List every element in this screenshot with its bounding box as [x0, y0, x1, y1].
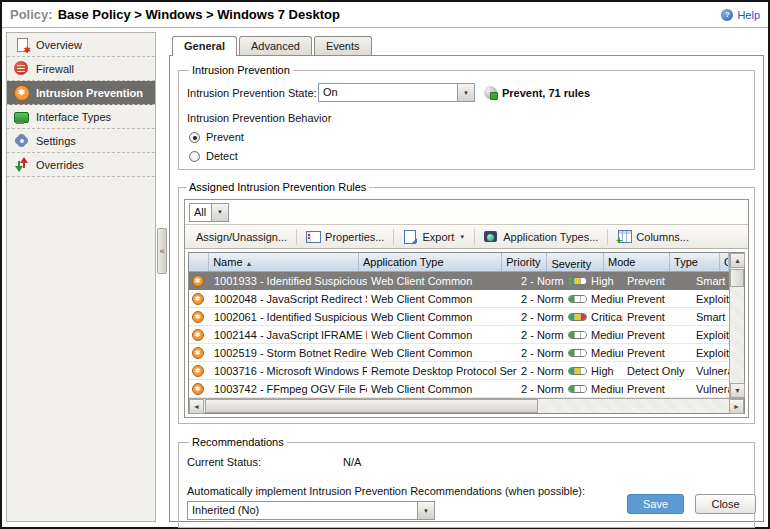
dropdown-arrow-icon — [211, 204, 228, 221]
columns-button[interactable]: Columns... — [608, 227, 698, 246]
columns-icon — [617, 230, 631, 243]
header-icon-col — [189, 253, 209, 271]
sidebar-item-label: Intrusion Prevention — [36, 87, 143, 99]
button-label: Columns... — [636, 231, 689, 243]
rule-name: 1003742 - FFmpeg OGV File For... — [210, 383, 367, 395]
auto-implement-selected-value: Inherited (No) — [188, 502, 417, 519]
rule-name: 1001933 - Identified Suspicious ... — [210, 275, 367, 287]
table-row[interactable]: 1002144 - JavaScript IFRAME Re... Web Cl… — [189, 326, 729, 344]
rule-severity: Medium — [564, 293, 623, 305]
rule-gear-icon — [192, 383, 204, 395]
interface-types-icon — [14, 109, 29, 124]
sidebar-collapse-handle[interactable]: « — [157, 228, 167, 274]
properties-button[interactable]: Properties... — [297, 227, 393, 246]
help-link[interactable]: Help — [737, 9, 760, 21]
rule-type: Exploit — [692, 293, 729, 305]
auto-implement-select[interactable]: Inherited (No) — [187, 501, 435, 520]
severity-meter-icon — [568, 331, 587, 339]
footer-buttons: Save Close — [627, 494, 756, 514]
severity-meter-icon — [568, 367, 587, 375]
export-button[interactable]: Export ▼ — [394, 227, 474, 246]
severity-meter-icon — [568, 313, 587, 321]
sidebar-item-firewall[interactable]: Firewall — [7, 57, 155, 81]
table-row[interactable]: 1002519 - Storm Botnet Redirect... Web C… — [189, 344, 729, 362]
column-header-severity[interactable]: Severity — [547, 253, 604, 271]
intrusion-prevention-icon — [14, 85, 29, 100]
column-header-application-type[interactable]: Application Type — [359, 253, 502, 271]
rule-application-type: Web Client Common — [367, 329, 517, 341]
rule-priority: 2 - Normal — [517, 383, 564, 395]
page-title: Base Policy > Windows > Windows 7 Deskto… — [58, 7, 340, 22]
rule-gear-icon — [192, 293, 204, 305]
rule-priority: 2 - Normal — [517, 347, 564, 359]
state-summary: Prevent, 71 rules — [502, 87, 590, 99]
rule-severity: High — [564, 365, 623, 377]
rule-type: Smart — [692, 275, 729, 287]
intrusion-prevention-state-select[interactable]: On — [318, 83, 475, 102]
scroll-right-icon[interactable]: ► — [729, 399, 744, 414]
properties-icon — [306, 230, 320, 243]
tab-general[interactable]: General — [172, 36, 237, 56]
rule-mode: Prevent — [623, 311, 692, 323]
rule-application-type: Web Client Common — [367, 383, 517, 395]
sidebar-item-overview[interactable]: Overview — [7, 33, 155, 57]
column-header-name[interactable]: Name▲ — [209, 253, 359, 271]
sidebar-item-label: Firewall — [36, 63, 74, 75]
horizontal-scroll-thumb[interactable] — [205, 399, 538, 413]
table-body: 1001933 - Identified Suspicious ... Web … — [189, 272, 729, 398]
column-header-ca[interactable]: Ca — [720, 253, 729, 271]
sidebar-item-settings[interactable]: Settings — [7, 129, 155, 153]
current-status-label: Current Status: — [187, 456, 343, 468]
rule-application-type: Web Client Common — [367, 293, 517, 305]
radio-prevent[interactable]: Prevent — [187, 131, 746, 143]
help-icon[interactable] — [721, 9, 733, 21]
prevent-status-icon — [484, 86, 497, 99]
application-types-button[interactable]: Application Types... — [475, 227, 607, 246]
scroll-left-icon[interactable]: ◄ — [189, 399, 204, 414]
scroll-up-icon[interactable]: ▲ — [730, 253, 745, 268]
table-row[interactable]: 1002061 - Identified Suspicious ... Web … — [189, 308, 729, 326]
state-selected-value: On — [319, 84, 457, 101]
column-header-type[interactable]: Type — [670, 253, 720, 271]
current-status-value: N/A — [343, 456, 361, 468]
rule-application-type: Web Client Common — [367, 275, 517, 287]
sidebar-item-intrusion-prevention[interactable]: Intrusion Prevention — [7, 81, 155, 105]
column-header-priority[interactable]: Priority — [502, 253, 547, 271]
table-row[interactable]: 1003742 - FFmpeg OGV File For... Web Cli… — [189, 380, 729, 398]
sidebar-splitter: « — [156, 32, 168, 522]
rule-gear-icon — [192, 365, 204, 377]
vertical-scrollbar[interactable]: ▲ ▼ — [729, 253, 744, 398]
rules-filter-select[interactable]: All — [189, 203, 229, 222]
assign-unassign-button[interactable]: Assign/Unassign... — [187, 228, 296, 246]
table-header: Name▲ Application Type Priority Severity… — [189, 253, 729, 272]
rule-mode: Prevent — [623, 347, 692, 359]
title-prefix: Policy: — [10, 7, 53, 22]
tab-bar: General Advanced Events — [169, 32, 764, 55]
button-label: Properties... — [325, 231, 384, 243]
tab-events[interactable]: Events — [314, 36, 372, 55]
rule-severity: Medium — [564, 347, 623, 359]
tab-advanced[interactable]: Advanced — [239, 36, 312, 55]
table-row[interactable]: 1001933 - Identified Suspicious ... Web … — [189, 272, 729, 290]
radio-detect[interactable]: Detect — [187, 150, 746, 162]
vertical-scroll-thumb[interactable] — [730, 269, 744, 287]
rule-mode: Detect Only — [623, 365, 692, 377]
close-button[interactable]: Close — [695, 494, 756, 514]
table-row[interactable]: 1003716 - Microsoft Windows R... Remote … — [189, 362, 729, 380]
button-label: Assign/Unassign... — [196, 231, 287, 243]
sidebar-item-interface-types[interactable]: Interface Types — [7, 105, 155, 129]
overview-icon — [14, 37, 29, 52]
rule-priority: 2 - Normal — [517, 329, 564, 341]
column-header-mode[interactable]: Mode — [604, 253, 670, 271]
firewall-icon — [14, 61, 29, 76]
scroll-down-icon[interactable]: ▼ — [730, 383, 745, 398]
rules-table: Name▲ Application Type Priority Severity… — [188, 252, 745, 414]
settings-gear-icon — [14, 133, 29, 148]
dropdown-caret-icon: ▼ — [459, 234, 465, 240]
table-row[interactable]: 1002048 - JavaScript Redirect S... Web C… — [189, 290, 729, 308]
rule-mode: Prevent — [623, 275, 692, 287]
section-legend: Recommendations — [189, 436, 287, 448]
sidebar-item-overrides[interactable]: Overrides — [7, 153, 155, 177]
horizontal-scrollbar[interactable]: ◄ ► — [189, 398, 744, 413]
save-button[interactable]: Save — [627, 494, 684, 514]
